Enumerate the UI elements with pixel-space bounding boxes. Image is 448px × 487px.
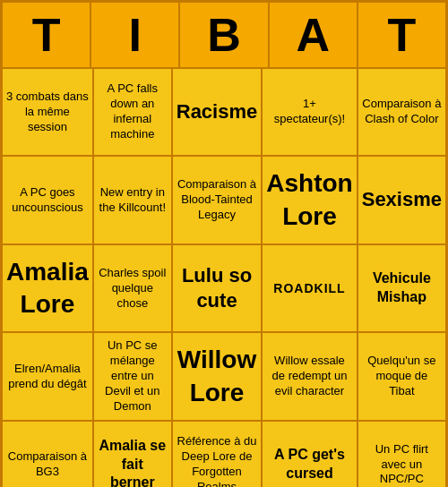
bingo-cell-3-4: Quelqu'un se moque de Tibat [358, 332, 446, 420]
bingo-cell-1-0: A PC goes uncounscious [2, 156, 93, 244]
bingo-cell-1-3: Ashton Lore [262, 156, 357, 244]
header-letter-b-2: B [179, 2, 268, 68]
header-letter-a-3: A [269, 2, 358, 68]
bingo-cell-4-3: A PC get's cursed [262, 421, 357, 487]
header-letter-i-1: I [90, 2, 179, 68]
bingo-cell-4-4: Un PC flirt avec un NPC/PC [358, 421, 446, 487]
bingo-cell-4-0: Comparaison à BG3 [2, 421, 93, 487]
bingo-cell-1-2: Comparaison à Blood-Tainted Legacy [172, 156, 263, 244]
bingo-grid: 3 combats dans la même sessionA PC falls… [2, 68, 446, 487]
bingo-cell-0-2: Racisme [172, 68, 263, 156]
bingo-cell-1-1: New entry in the Killcount! [93, 156, 172, 244]
bingo-cell-0-0: 3 combats dans la même session [2, 68, 93, 156]
bingo-cell-1-4: Sexisme [358, 156, 446, 244]
bingo-cell-0-3: 1+ spectateur(s)! [262, 68, 357, 156]
bingo-cell-3-2: Willow Lore [172, 332, 263, 420]
header-letter-t-0: T [2, 2, 90, 68]
bingo-cell-3-0: Elren/Amalia prend du dégât [2, 332, 93, 420]
bingo-cell-2-3: ROADKILL [262, 244, 357, 332]
bingo-cell-3-1: Un PC se mélange entre un Devil et un De… [93, 332, 172, 420]
bingo-cell-2-0: Amalia Lore [2, 244, 93, 332]
bingo-cell-4-1: Amalia se fait berner [93, 421, 172, 487]
bingo-cell-0-1: A PC falls down an infernal machine [93, 68, 172, 156]
bingo-cell-2-2: Lulu so cute [172, 244, 263, 332]
bingo-header: TIBAT [2, 2, 446, 68]
bingo-cell-3-3: Willow essale de redempt un evil charact… [262, 332, 357, 420]
header-letter-t-4: T [358, 2, 446, 68]
bingo-cell-0-4: Comparaison à Clash of Color [358, 68, 446, 156]
bingo-cell-2-4: Vehicule Mishap [358, 244, 446, 332]
bingo-card: TIBAT 3 combats dans la même sessionA PC… [0, 0, 448, 487]
bingo-cell-4-2: Référence à du Deep Lore de Forgotten Re… [172, 421, 263, 487]
bingo-cell-2-1: Charles spoil quelque chose [93, 244, 172, 332]
